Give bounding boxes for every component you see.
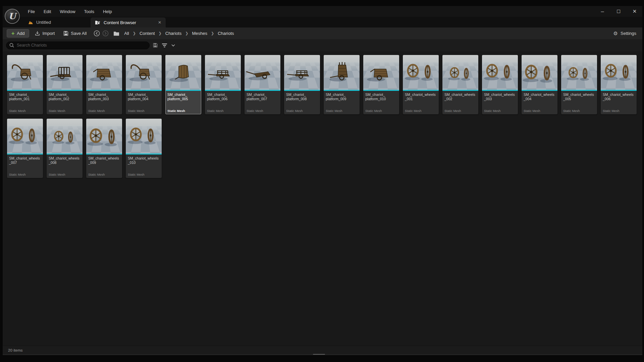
menu-item-file[interactable]: File: [23, 9, 39, 14]
breadcrumb-item-meshes-3[interactable]: Meshes: [192, 31, 207, 36]
asset-tile-SM_chariot_wheels_010[interactable]: SM​_​chariot​_​wheels​_​010 Static Mesh: [126, 119, 162, 178]
mesh-render: [245, 55, 279, 90]
menu-items: FileEditWindowToolsHelp: [23, 6, 116, 17]
mesh-render: [205, 55, 240, 90]
chevron-down-icon[interactable]: [171, 44, 175, 47]
asset-tile-SM_chariot_platform_002[interactable]: SM​_​chariot​_​platform​_​002 Static Mes…: [47, 55, 83, 114]
asset-type-label: Static Mesh: [286, 109, 318, 113]
asset-thumbnail: [522, 55, 557, 90]
asset-tile-footer: SM​_​chariot​_​platform​_​001 Static Mes…: [7, 91, 43, 114]
mesh-render: [47, 119, 82, 154]
asset-tile-SM_chariot_wheels_002[interactable]: SM​_​chariot​_​wheels​_​002 Static Mesh: [442, 55, 478, 114]
asset-tile-SM_chariot_wheels_003[interactable]: SM​_​chariot​_​wheels​_​003 Static Mesh: [482, 55, 518, 114]
asset-name: SM​_​chariot​_​wheels​_​010: [128, 156, 159, 165]
breadcrumb-item-all-0[interactable]: All: [124, 31, 129, 36]
asset-tile-SM_chariot_wheels_006[interactable]: SM​_​chariot​_​wheels​_​006 Static Mesh: [601, 55, 637, 114]
asset-name: SM​_​chariot​_​platform​_​002: [49, 93, 80, 101]
tab-close-icon[interactable]: ✕: [158, 20, 161, 25]
asset-name: SM​_​chariot​_​wheels​_​009: [88, 156, 120, 165]
menu-item-edit[interactable]: Edit: [39, 9, 55, 14]
asset-tile-SM_chariot_wheels_001[interactable]: SM​_​chariot​_​wheels​_​001 Static Mesh: [403, 55, 439, 114]
asset-type-label: Static Mesh: [563, 109, 595, 113]
asset-name: SM​_​chariot​_​wheels​_​005: [563, 93, 595, 101]
asset-tile-SM_chariot_platform_004[interactable]: SM​_​chariot​_​platform​_​004 Static Mes…: [126, 55, 162, 114]
filter-search-bar: [3, 39, 642, 51]
minimize-icon[interactable]: ─: [599, 8, 605, 14]
asset-tile-SM_chariot_wheels_009[interactable]: SM​_​chariot​_​wheels​_​009 Static Mesh: [86, 119, 122, 178]
asset-tile-SM_chariot_platform_003[interactable]: SM​_​chariot​_​platform​_​003 Static Mes…: [86, 55, 122, 114]
asset-tile-footer: SM​_​chariot​_​wheels​_​006 Static Mesh: [601, 91, 637, 114]
asset-tile-SM_chariot_platform_006[interactable]: SM​_​chariot​_​platform​_​006 Static Mes…: [205, 55, 241, 114]
forward-icon[interactable]: [102, 30, 109, 37]
add-button[interactable]: + Add: [7, 29, 29, 38]
status-bar: 20 items: [3, 346, 642, 355]
asset-thumbnail: [126, 119, 162, 154]
asset-thumbnail: [86, 119, 122, 154]
breadcrumb-separator-icon: ❯: [211, 31, 214, 36]
tab-untitled[interactable]: Untitled: [28, 17, 51, 27]
asset-tile-SM_chariot_wheels_007[interactable]: SM​_​chariot​_​wheels​_​007 Static Mesh: [7, 119, 43, 178]
asset-thumbnail: [284, 55, 320, 90]
tab-content-browser[interactable]: Content Browser ✕: [91, 17, 166, 27]
asset-grid: SM​_​chariot​_​platform​_​001 Static Mes…: [3, 51, 642, 346]
menu-item-help[interactable]: Help: [99, 9, 116, 14]
import-button[interactable]: Import: [32, 27, 58, 39]
breadcrumb-item-content-1[interactable]: Content: [140, 31, 155, 36]
asset-tile-SM_chariot_platform_007[interactable]: SM​_​chariot​_​platform​_​007 Static Mes…: [245, 55, 280, 114]
asset-tile-footer: SM​_​chariot​_​platform​_​006 Static Mes…: [205, 91, 241, 114]
asset-tile-SM_chariot_platform_010[interactable]: SM​_​chariot​_​platform​_​010 Static Mes…: [363, 55, 399, 114]
maximize-icon[interactable]: ☐: [615, 8, 622, 14]
import-icon: [35, 31, 40, 36]
asset-thumbnail: [482, 55, 518, 90]
asset-name: SM​_​chariot​_​wheels​_​003: [484, 93, 516, 101]
save-search-icon[interactable]: [153, 43, 158, 48]
asset-type-label: Static Mesh: [88, 109, 120, 113]
asset-thumbnail: [7, 119, 43, 154]
breadcrumb-item-chariots-4[interactable]: Chariots: [218, 31, 234, 36]
asset-tile-footer: SM​_​chariot​_​wheels​_​005 Static Mesh: [561, 91, 597, 114]
menu-item-tools[interactable]: Tools: [80, 9, 99, 14]
settings-button[interactable]: ⚙ Settings: [613, 31, 638, 36]
unreal-editor-window: U FileEditWindowToolsHelp ─ ☐ ✕ Untitled: [3, 6, 642, 355]
asset-tile-footer: SM​_​chariot​_​wheels​_​001 Static Mesh: [403, 91, 439, 114]
asset-tile-SM_chariot_wheels_004[interactable]: SM​_​chariot​_​wheels​_​004 Static Mesh: [522, 55, 557, 114]
mesh-render: [522, 55, 556, 90]
asset-tile-footer: SM​_​chariot​_​wheels​_​002 Static Mesh: [442, 91, 478, 114]
unreal-logo-icon[interactable]: U: [5, 9, 20, 24]
search-box[interactable]: [6, 42, 150, 49]
asset-tile-SM_chariot_platform_001[interactable]: SM​_​chariot​_​platform​_​001 Static Mes…: [7, 55, 43, 114]
asset-thumbnail: [126, 55, 162, 90]
folder-icon[interactable]: [113, 31, 119, 36]
back-icon[interactable]: [94, 30, 100, 37]
asset-type-label: Static Mesh: [128, 109, 160, 113]
filter-icon[interactable]: [162, 43, 167, 48]
close-icon[interactable]: ✕: [632, 8, 638, 14]
asset-tile-SM_chariot_wheels_008[interactable]: SM​_​chariot​_​wheels​_​008 Static Mesh: [47, 119, 83, 178]
window-controls: ─ ☐ ✕: [599, 6, 638, 17]
mesh-render: [601, 55, 636, 90]
asset-type-label: Static Mesh: [128, 173, 160, 176]
resize-grip[interactable]: [313, 354, 325, 355]
asset-tile-SM_chariot_platform_009[interactable]: SM​_​chariot​_​platform​_​009 Static Mes…: [324, 55, 360, 114]
asset-tile-footer: SM​_​chariot​_​wheels​_​003 Static Mesh: [482, 91, 518, 114]
asset-thumbnail: [7, 55, 43, 90]
search-input[interactable]: [17, 43, 146, 48]
asset-type-label: Static Mesh: [207, 109, 239, 113]
save-all-button[interactable]: Save All: [60, 27, 90, 39]
breadcrumb-item-chariots-2[interactable]: Chariots: [165, 31, 181, 36]
level-icon: [28, 20, 33, 24]
mesh-render: [324, 55, 359, 90]
desktop: U FileEditWindowToolsHelp ─ ☐ ✕ Untitled: [0, 0, 644, 362]
asset-thumbnail: [601, 55, 637, 90]
asset-type-label: Static Mesh: [603, 109, 635, 113]
asset-tile-SM_chariot_wheels_005[interactable]: SM​_​chariot​_​wheels​_​005 Static Mesh: [561, 55, 597, 114]
menu-item-window[interactable]: Window: [55, 9, 79, 14]
plus-icon: +: [11, 31, 14, 36]
asset-tile-SM_chariot_platform_005[interactable]: SM​_​chariot​_​platform​_​005 Static Mes…: [165, 55, 201, 114]
asset-type-label: Static Mesh: [88, 173, 120, 176]
asset-name: SM​_​chariot​_​wheels​_​006: [603, 93, 634, 101]
asset-name: SM​_​chariot​_​platform​_​007: [247, 93, 278, 101]
asset-tile-SM_chariot_platform_008[interactable]: SM​_​chariot​_​platform​_​008 Static Mes…: [284, 55, 320, 114]
mesh-render: [165, 55, 200, 90]
tab-content-browser-label: Content Browser: [104, 20, 136, 25]
